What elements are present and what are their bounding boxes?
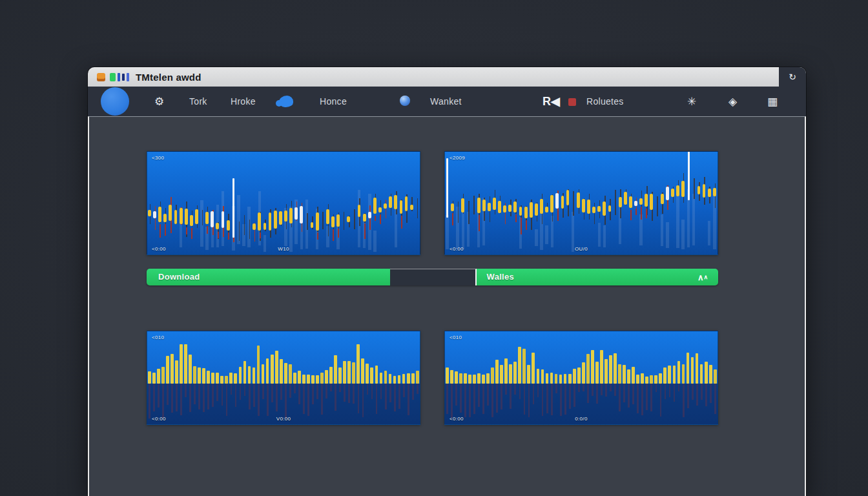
chart-bar (482, 375, 485, 383)
chart-bar (198, 367, 201, 384)
chart-bar (180, 384, 182, 416)
title-bar: TMtelen awdd ↻ (88, 67, 806, 87)
chart-bar (696, 353, 699, 384)
chart-label: <0:00 (152, 416, 166, 422)
chart-bar (158, 384, 160, 408)
chart-bar (473, 384, 475, 414)
chart-bar (393, 376, 397, 384)
grid-icon[interactable]: ▦ (767, 87, 778, 116)
chart-bar (530, 202, 533, 218)
chart-bar (510, 384, 512, 409)
chart-bar (298, 384, 300, 404)
chart-bar (375, 366, 378, 384)
chart-bar (322, 212, 324, 229)
chart-bar (496, 384, 498, 413)
chart-bar (546, 384, 548, 414)
chart-bar (189, 384, 191, 412)
nav-item-honce[interactable]: Honce (320, 87, 347, 116)
chart-bar (555, 384, 557, 394)
chart-bar (659, 373, 662, 384)
chart-bar (417, 198, 418, 218)
chart-bar (166, 356, 169, 384)
chart-bar (503, 205, 506, 212)
chart-bar (249, 220, 251, 239)
chart-bar (661, 194, 664, 204)
download-button[interactable]: Download (158, 269, 200, 285)
chart-label: W10 (278, 246, 289, 252)
chart-bar (320, 373, 324, 383)
candlestick-chart-2[interactable]: <2009 <0:00 OU/0 (444, 151, 718, 255)
chart-bar (347, 216, 350, 222)
walles-label[interactable]: Walles (487, 269, 515, 285)
chart-bar (366, 364, 369, 384)
chart-bar (603, 202, 606, 216)
chart-bar (408, 384, 409, 415)
chart-bar (300, 206, 303, 223)
gem-icon[interactable]: ◈ (728, 87, 737, 116)
chart-bar (373, 231, 376, 252)
chart-bar (289, 384, 291, 398)
chart-bar (577, 367, 581, 384)
chart-bar (582, 199, 585, 212)
candlestick-chart-1[interactable]: <300 <0:00 W10 (147, 151, 420, 255)
chart-bar (619, 197, 622, 207)
chart-bar (577, 192, 580, 208)
chart-bar (596, 384, 598, 404)
chart-label: <2009 (450, 155, 465, 161)
chart-bar (663, 367, 666, 383)
chart-bar (353, 384, 355, 404)
chart-bar (573, 369, 576, 384)
profile-logo-circle[interactable] (101, 87, 129, 116)
gear-icon[interactable]: ⚙ (154, 87, 164, 116)
chart-bar (688, 151, 690, 200)
chart-bar (384, 203, 387, 209)
chart-bar (592, 384, 594, 397)
chart-bar (339, 384, 341, 392)
chevron-up-icon[interactable]: ∧∧ (698, 269, 708, 285)
volume-chart-2[interactable]: <010 <0:00 0:0/0 (444, 331, 718, 425)
chart-bar (501, 384, 502, 410)
chart-bar (557, 211, 559, 221)
chart-bar (198, 384, 200, 409)
nav-item-roluetes[interactable]: Roluetes (586, 87, 624, 116)
chart-label: <010 (152, 335, 164, 340)
nav-bar: ⚙ Tork Hroke Honce Wanket R◀ Roluetes ✳ … (88, 87, 806, 116)
chart-bar (275, 351, 278, 384)
globe-icon[interactable] (400, 96, 410, 106)
chart-bar (370, 367, 373, 383)
chart-bar (636, 375, 639, 384)
chart-bar (568, 374, 572, 384)
chart-bar (545, 207, 548, 213)
undo-icon[interactable]: R◀ (542, 87, 560, 116)
nav-item-hroke[interactable]: Hroke (231, 87, 256, 116)
chart-bar (148, 371, 151, 383)
chart-bar (389, 374, 392, 383)
chart-bar (394, 384, 396, 411)
chart-bar (519, 384, 521, 399)
chart-bar (505, 384, 507, 395)
chart-bar (555, 193, 559, 209)
network-icon[interactable]: ✳ (687, 87, 696, 116)
chart-bar (650, 384, 652, 411)
chart-bar (446, 158, 448, 218)
nav-item-tork[interactable]: Tork (189, 87, 207, 116)
chart-bar (482, 384, 484, 414)
volume-chart-1[interactable]: <010 <0:00 V0:00 (147, 331, 420, 425)
chart-bar (253, 367, 256, 384)
chart-bar (508, 205, 512, 212)
chart-bar (368, 212, 371, 218)
chart-bar (405, 196, 408, 211)
chart-bar (546, 373, 549, 383)
bird-icon[interactable] (279, 96, 293, 107)
chart-bar (515, 214, 517, 222)
sync-icon[interactable]: ↻ (779, 67, 806, 87)
chart-bar (592, 207, 595, 213)
download-progress-bar[interactable]: Download Walles ∧∧ (147, 269, 718, 285)
chart-bar (676, 194, 679, 247)
chart-bar (509, 364, 512, 383)
chart-bar (692, 384, 694, 400)
chart-bar (398, 384, 400, 409)
chart-bar (190, 215, 193, 226)
nav-item-wanket[interactable]: Wanket (430, 87, 462, 116)
chart-bar (412, 384, 414, 400)
